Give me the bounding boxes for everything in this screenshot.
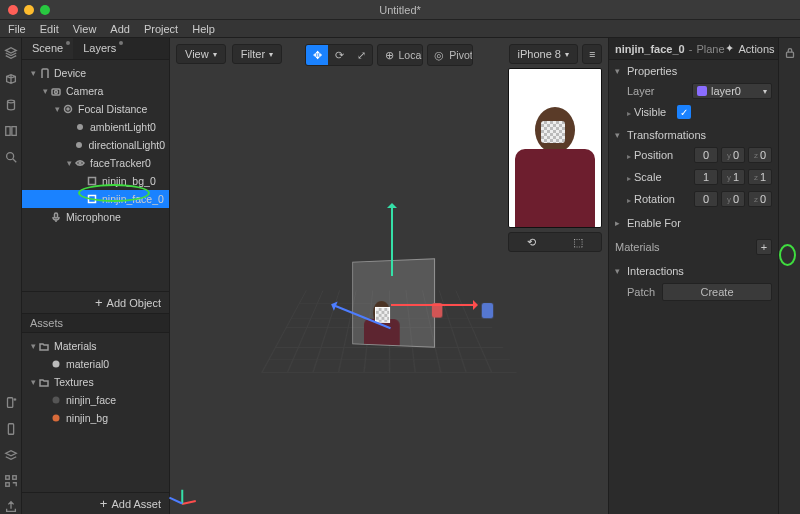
visible-checkbox[interactable]: ✓: [677, 105, 691, 119]
rotation-y-input[interactable]: y0: [721, 191, 745, 207]
svg-point-12: [65, 106, 72, 113]
tree-item-textures[interactable]: ▾Textures: [22, 373, 169, 391]
section-interactions[interactable]: ▾Interactions: [609, 262, 778, 280]
tree-item-focal-distance[interactable]: ▾Focal Distance: [22, 100, 169, 118]
tree-item-ninjin_face_0[interactable]: ninjin_face_0: [22, 190, 169, 208]
tree-item-device[interactable]: ▾Device: [22, 64, 169, 82]
orientation-gizmo[interactable]: [180, 482, 204, 506]
device-icon[interactable]: [4, 422, 18, 436]
disclosure-caret[interactable]: ▾: [40, 86, 50, 96]
add-asset-button[interactable]: +Add Asset: [22, 492, 169, 514]
preview-device-select[interactable]: iPhone 8▾: [509, 44, 578, 64]
scale-x-input[interactable]: 1: [694, 169, 718, 185]
section-properties[interactable]: ▾Properties: [609, 62, 778, 80]
tree-item-ninjin_bg_0[interactable]: ninjin_bg_0: [22, 172, 169, 190]
zoom-window-icon[interactable]: [40, 5, 50, 15]
actions-button[interactable]: ✦Actions: [725, 42, 775, 55]
pause-icon[interactable]: ⬚: [573, 236, 583, 249]
cube-icon[interactable]: [4, 72, 18, 86]
svg-rect-2: [11, 127, 15, 136]
preview-menu-icon[interactable]: ≡: [582, 44, 602, 64]
tree-item-ninjin_bg[interactable]: ninjin_bg: [22, 409, 169, 427]
disclosure-caret[interactable]: ▾: [52, 104, 62, 114]
share-icon[interactable]: [4, 500, 18, 514]
section-enable-for[interactable]: ▸Enable For: [609, 214, 778, 232]
section-transformations[interactable]: ▾Transformations: [609, 126, 778, 144]
menu-project[interactable]: Project: [144, 23, 178, 35]
cylinder-icon[interactable]: [4, 98, 18, 112]
axis-x[interactable]: [391, 304, 477, 306]
tree-item-microphone[interactable]: Microphone: [22, 208, 169, 226]
scene-hierarchy[interactable]: ▾Device▾Camera▾Focal DistanceambientLigh…: [22, 60, 169, 291]
disclosure-caret[interactable]: ▾: [28, 377, 38, 387]
view-dropdown[interactable]: View▾: [176, 44, 226, 64]
phone-plus-icon[interactable]: [4, 396, 18, 410]
coordinate-space-toggle[interactable]: ⊕Local: [377, 44, 423, 66]
layers-icon[interactable]: [4, 46, 18, 60]
search-icon[interactable]: [4, 150, 18, 164]
axis-y[interactable]: [391, 204, 393, 276]
prop-visible: ▸Visible ✓: [609, 102, 778, 122]
layers2-icon[interactable]: [4, 448, 18, 462]
lock-icon[interactable]: [783, 46, 797, 60]
preview-screen: [508, 68, 602, 228]
target-icon: ◎: [428, 45, 450, 65]
minimize-window-icon[interactable]: [24, 5, 34, 15]
tree-item-material0[interactable]: material0: [22, 355, 169, 373]
svg-point-13: [67, 108, 69, 110]
device-preview: iPhone 8▾ ≡ ⟲ ⬚: [508, 44, 602, 252]
tab-scene[interactable]: Scene: [22, 38, 73, 59]
scale-z-input[interactable]: z1: [748, 169, 772, 185]
add-material-button[interactable]: +: [756, 239, 772, 255]
dot-icon: [66, 41, 70, 45]
position-x-input[interactable]: 0: [694, 147, 718, 163]
viewport[interactable]: View▾ Filter▾ ✥ ⟳ ⤢ ⊕Local ◎Pivot iPhone…: [170, 38, 608, 514]
rotate-tool-icon[interactable]: ⟳: [328, 45, 350, 65]
menu-add[interactable]: Add: [110, 23, 130, 35]
scale-tool-icon[interactable]: ⤢: [350, 45, 372, 65]
rotation-z-input[interactable]: z0: [748, 191, 772, 207]
backdrop-plane[interactable]: [352, 258, 435, 348]
menu-help[interactable]: Help: [192, 23, 215, 35]
menu-file[interactable]: File: [8, 23, 26, 35]
tree-item-directionallight0[interactable]: directionalLight0: [22, 136, 169, 154]
device-icon: [38, 67, 50, 79]
filter-dropdown[interactable]: Filter▾: [232, 44, 282, 64]
tree-item-facetracker0[interactable]: ▾faceTracker0: [22, 154, 169, 172]
rotation-x-input[interactable]: 0: [694, 191, 718, 207]
disclosure-caret[interactable]: ▾: [28, 68, 38, 78]
prop-patch: Patch Create: [609, 280, 778, 304]
columns-icon[interactable]: [4, 124, 18, 138]
tree-item-materials[interactable]: ▾Materials: [22, 337, 169, 355]
tree-item-label: ninjin_bg: [66, 412, 108, 424]
tool-rail-right: [778, 38, 800, 514]
add-object-button[interactable]: +Add Object: [22, 291, 169, 313]
scale-handle-z[interactable]: [482, 303, 493, 318]
tree-item-ambientlight0[interactable]: ambientLight0: [22, 118, 169, 136]
layer-select[interactable]: layer0▾: [692, 83, 772, 99]
qr-icon[interactable]: [4, 474, 18, 488]
tree-item-ninjin_face[interactable]: ninjin_face: [22, 391, 169, 409]
eye-icon: [74, 157, 86, 169]
scene-3d[interactable]: [279, 200, 499, 400]
refresh-icon[interactable]: ⟲: [527, 236, 536, 249]
tab-layers[interactable]: Layers: [73, 38, 126, 59]
selected-plane[interactable]: [375, 307, 390, 323]
create-patch-button[interactable]: Create: [662, 283, 772, 301]
scale-y-input[interactable]: y1: [721, 169, 745, 185]
menu-edit[interactable]: Edit: [40, 23, 59, 35]
assets-panel[interactable]: ▾Materialsmaterial0▾Texturesninjin_facen…: [22, 333, 169, 492]
face-overlay: [541, 121, 565, 143]
pivot-toggle[interactable]: ◎Pivot: [427, 44, 473, 66]
menu-view[interactable]: View: [73, 23, 97, 35]
plane-icon: [86, 193, 98, 205]
move-tool-icon[interactable]: ✥: [306, 45, 328, 65]
close-window-icon[interactable]: [8, 5, 18, 15]
disclosure-caret[interactable]: ▾: [64, 158, 74, 168]
disclosure-caret[interactable]: ▾: [28, 341, 38, 351]
tree-item-camera[interactable]: ▾Camera: [22, 82, 169, 100]
plus-icon: +: [100, 496, 108, 511]
prop-rotation: ▸Rotation 0 y0 z0: [609, 188, 778, 210]
position-z-input[interactable]: z0: [748, 147, 772, 163]
position-y-input[interactable]: y0: [721, 147, 745, 163]
